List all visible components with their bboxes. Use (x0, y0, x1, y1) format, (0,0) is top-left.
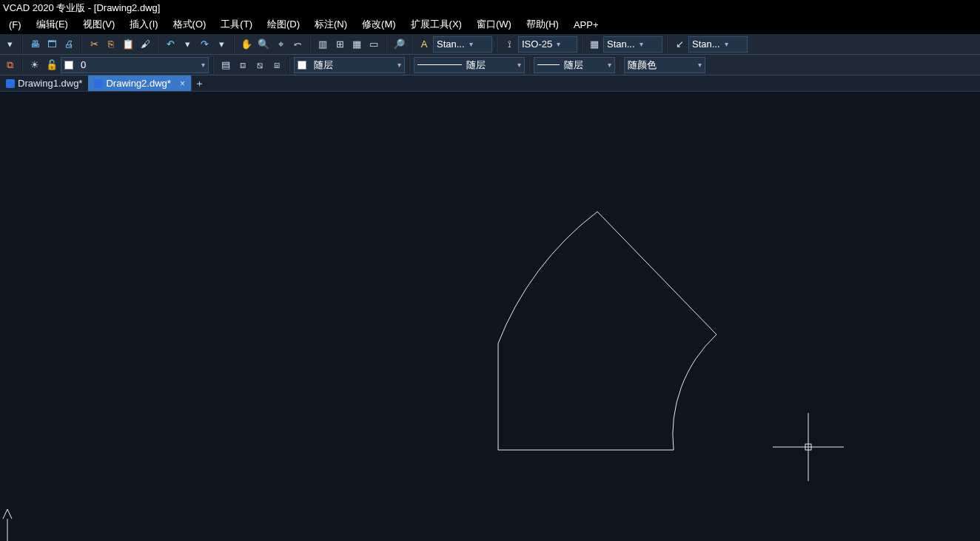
menu-bar: (F) 编辑(E) 视图(V) 插入(I) 格式(O) 工具(T) 绘图(D) … (0, 15, 980, 34)
menu-dim[interactable]: 标注(N) (307, 16, 355, 33)
title-bar: VCAD 2020 专业版 - [Drawing2.dwg] (0, 0, 980, 15)
dwg-icon (94, 79, 103, 88)
zoom-extents-icon[interactable]: 🔍 (255, 36, 272, 53)
menu-insert[interactable]: 插入(I) (122, 16, 165, 33)
canvas-svg (0, 93, 980, 541)
menu-help[interactable]: 帮助(H) (519, 16, 566, 33)
calc-icon[interactable]: ▭ (366, 36, 382, 53)
menu-app[interactable]: APP+ (566, 18, 606, 32)
new-icon[interactable]: ▾ (1, 36, 18, 53)
zoom-prev-icon[interactable]: ⤺ (289, 36, 306, 53)
preview-icon[interactable]: 🗔 (44, 36, 60, 53)
layer-dropdown[interactable]: 0 ▾ (61, 57, 209, 73)
lineweight-value: 随层 (564, 58, 583, 72)
layer-tool1-icon[interactable]: ▤ (218, 57, 234, 73)
separator (21, 36, 23, 53)
layer-color-chip (64, 61, 73, 70)
paste-icon[interactable]: 📋 (120, 36, 136, 53)
sheet-icon[interactable]: ⊞ (332, 36, 348, 53)
file-tab-label: Drawing1.dwg* (18, 78, 82, 89)
linetype-preview (417, 64, 462, 65)
color-value: 随层 (314, 58, 333, 72)
drawing-shape (498, 212, 716, 450)
menu-view[interactable]: 视图(V) (75, 16, 122, 33)
linetype-dropdown[interactable]: 随层 ▾ (414, 57, 525, 73)
mleader-style-value: Stan... (692, 38, 720, 50)
separator (619, 57, 620, 73)
zoom-window-icon[interactable]: ⌖ (272, 36, 289, 53)
table-style-value: Stan... (607, 38, 635, 50)
dimstyle-icon[interactable]: ⟟ (501, 36, 517, 53)
app-title: VCAD 2020 专业版 - [Drawing2.dwg] (3, 2, 160, 13)
separator (309, 36, 311, 53)
match-icon[interactable]: 🖌 (137, 36, 153, 53)
mleader-style-dropdown[interactable]: Stan...▾ (688, 36, 748, 53)
pan-icon[interactable]: ✋ (238, 36, 255, 53)
menu-modify[interactable]: 修改(M) (355, 16, 403, 33)
linetype-value: 随层 (466, 58, 486, 72)
lineweight-dropdown[interactable]: 随层 ▾ (534, 57, 615, 73)
drawing-canvas[interactable] (0, 93, 980, 541)
separator (581, 36, 583, 53)
textstyle-icon[interactable]: A (416, 36, 432, 53)
dwg-icon (6, 79, 15, 88)
toolbar-row-2: ⧉ ☀ 🔓 0 ▾ ▤ ⧈ ⧅ ⧆ 随层 ▾ 随层 ▾ 随层 ▾ 随颜色 ▾ (0, 55, 980, 75)
separator (409, 57, 410, 73)
menu-window[interactable]: 窗口(W) (469, 16, 519, 33)
menu-file[interactable]: (F) (1, 18, 29, 32)
crosshair-cursor (773, 413, 844, 481)
file-tab-bar: Drawing1.dwg* Drawing2.dwg* × ＋ (0, 75, 980, 92)
copy-icon[interactable]: ⎘ (103, 36, 119, 53)
layer-tool3-icon[interactable]: ⧅ (252, 57, 268, 73)
plotcolor-dropdown[interactable]: 随颜色 ▾ (624, 57, 705, 73)
separator (528, 57, 530, 73)
separator (496, 36, 497, 53)
redo-dd[interactable]: ▾ (213, 36, 229, 53)
menu-format[interactable]: 格式(O) (166, 16, 214, 33)
properties-icon[interactable]: ▥ (315, 36, 331, 53)
toolbar-row-1: ▾ 🖶 🗔 🖨 ✂ ⎘ 📋 🖌 ↶ ▾ ↷ ▾ ✋ 🔍 ⌖ ⤺ ▥ ⊞ ▦ ▭ … (0, 34, 980, 55)
dim-style-value: ISO-25 (522, 38, 552, 50)
plotcolor-value: 随颜色 (628, 58, 657, 72)
layer-tool4-icon[interactable]: ⧆ (269, 57, 285, 73)
tablestyle-icon[interactable]: ▦ (586, 36, 603, 53)
separator (81, 36, 82, 53)
mleaderstyle-icon[interactable]: ↙ (671, 36, 688, 53)
file-tab-drawing1[interactable]: Drawing1.dwg* (0, 75, 88, 91)
separator (386, 36, 387, 53)
plot-icon[interactable]: 🖨 (61, 36, 77, 53)
separator (411, 36, 412, 53)
cut-icon[interactable]: ✂ (86, 36, 102, 53)
undo-icon[interactable]: ↶ (162, 36, 178, 53)
file-tab-label: Drawing2.dwg* (106, 78, 170, 89)
table-icon[interactable]: ▦ (349, 36, 365, 53)
layer-tool2-icon[interactable]: ⧈ (235, 57, 251, 73)
separator (212, 57, 214, 73)
text-style-value: Stan... (437, 38, 465, 50)
dim-style-dropdown[interactable]: ISO-25▾ (518, 36, 577, 53)
file-tab-drawing2[interactable]: Drawing2.dwg* × (88, 75, 190, 91)
color-dropdown[interactable]: 随层 ▾ (294, 57, 405, 73)
find-icon[interactable]: 🔎 (391, 36, 407, 53)
separator (157, 36, 158, 53)
color-chip (298, 61, 306, 70)
separator (289, 57, 290, 73)
new-tab-button[interactable]: ＋ (191, 75, 207, 91)
redo-icon[interactable]: ↷ (196, 36, 212, 53)
undo-dd[interactable]: ▾ (179, 36, 195, 53)
menu-tools[interactable]: 工具(T) (213, 16, 260, 33)
menu-edit[interactable]: 编辑(E) (29, 16, 75, 33)
menu-ext[interactable]: 扩展工具(X) (403, 16, 469, 33)
table-style-dropdown[interactable]: Stan...▾ (603, 36, 662, 53)
print-icon[interactable]: 🖶 (27, 36, 43, 53)
layer-mgr-icon[interactable]: ⧉ (1, 57, 18, 73)
text-style-dropdown[interactable]: Stan...▾ (433, 36, 492, 53)
close-tab-icon[interactable]: × (180, 78, 185, 89)
layer-lock-icon[interactable]: 🔓 (44, 57, 60, 73)
separator (666, 36, 668, 53)
separator (233, 36, 235, 53)
layer-state-icon[interactable]: ☀ (27, 57, 43, 73)
layer-value: 0 (81, 59, 86, 70)
menu-draw[interactable]: 绘图(D) (260, 16, 307, 33)
ucs-icon (3, 509, 12, 541)
